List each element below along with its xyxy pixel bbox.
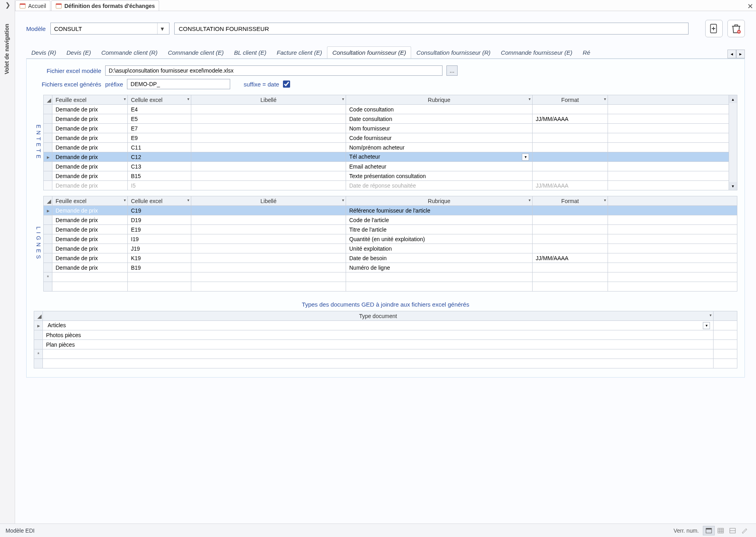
view-datasheet-button[interactable] (715, 526, 727, 535)
col-feuille[interactable]: Feuille excel▾ (52, 196, 128, 206)
lignes-grid[interactable]: ◢ Feuille excel▾ Cellule excel▾ Libellé▾… (43, 196, 737, 292)
table-row[interactable]: Demande de prixE4Code consultation (44, 105, 737, 114)
table-row[interactable]: Demande de prixC13Email acheteur (44, 162, 737, 171)
col-rubrique[interactable]: Rubrique▾ (346, 196, 533, 206)
lignes-section-label: LIGNES (35, 226, 42, 261)
tabs-scroll-left[interactable]: ◂ (727, 50, 736, 58)
table-row[interactable]: Demande de prixI19Quantité (en unité exp… (44, 234, 737, 244)
tab-devis-r[interactable]: Devis (R) (26, 46, 62, 58)
table-row[interactable]: Demande de prixB15Texte présentation con… (44, 171, 737, 181)
select-all[interactable]: ◢ (34, 311, 43, 321)
trash-icon (731, 23, 742, 34)
view-layout-button[interactable] (727, 526, 739, 535)
table-row[interactable]: Demande de prixE7Nom fournisseur (44, 124, 737, 133)
table-row[interactable]: ▸Demande de prixC12Tél acheteur▾ (44, 152, 737, 162)
file-model-path[interactable] (105, 65, 442, 76)
chevron-down-icon: ▾ (710, 313, 712, 317)
status-left: Modèle EDI (6, 527, 35, 534)
tab-cmd-fourn-e[interactable]: Commande fournisseur (E) (496, 46, 577, 58)
tab-consult-fourn-e[interactable]: Consultation fournisseur (E) (327, 46, 411, 58)
form-icon (19, 3, 26, 9)
view-form-button[interactable] (703, 526, 715, 535)
ged-grid[interactable]: ◢ Type document▾ ▸Articles▾Photos pièces… (34, 311, 737, 368)
col-cellule[interactable]: Cellule excel▾ (128, 196, 191, 206)
table-row[interactable]: Demande de prixD19Code de l'article (44, 215, 737, 225)
delete-model-button[interactable] (727, 20, 745, 37)
svg-rect-11 (718, 528, 723, 533)
select-all[interactable]: ◢ (44, 196, 52, 206)
close-form-button[interactable]: ✕ (744, 2, 756, 11)
col-rubrique[interactable]: Rubrique▾ (346, 95, 533, 105)
navigation-pane-collapsed: ❯ Volet de navigation (0, 0, 15, 524)
model-combo[interactable]: ▾ (50, 23, 169, 35)
new-model-button[interactable] (705, 20, 723, 37)
expand-nav-button[interactable]: ❯ (0, 0, 15, 10)
chevron-down-icon: ▾ (604, 97, 606, 101)
tab-cmd-client-e[interactable]: Commande client (E) (163, 46, 229, 58)
col-cellule[interactable]: Cellule excel▾ (128, 95, 191, 105)
svg-rect-1 (20, 4, 25, 5)
table-row[interactable]: Demande de prixB19Numéro de ligne (44, 263, 737, 272)
entete-scrollbar[interactable]: ▴ ▾ (729, 95, 737, 190)
select-all[interactable]: ◢ (44, 95, 52, 105)
form-tab-accueil[interactable]: Accueil (15, 0, 50, 11)
prefix-label: préfixe (105, 81, 123, 88)
form-icon (56, 3, 62, 9)
chevron-down-icon: ▾ (187, 198, 189, 202)
form-tab-label: Accueil (28, 3, 46, 9)
new-row[interactable]: * (34, 349, 737, 359)
table-row[interactable]: Demande de prixJ19Unité exploitation (44, 244, 737, 253)
chevron-down-icon: ▾ (342, 198, 344, 202)
chevron-down-icon: ▾ (529, 198, 531, 202)
table-row[interactable]: Demande de prixE5Date consultationJJ/MM/… (44, 114, 737, 124)
tabs-scroll-right[interactable]: ▸ (736, 50, 745, 58)
tab-fact-client-e[interactable]: Facture client (E) (271, 46, 327, 58)
table-row[interactable]: Demande de prixE19Titre de l'article (44, 225, 737, 234)
table-row[interactable]: Demande de prixC11Nom/prénom acheteur (44, 143, 737, 152)
entete-grid[interactable]: ◢ Feuille excel▾ Cellule excel▾ Libellé▾… (43, 95, 737, 190)
col-libelle[interactable]: Libellé▾ (191, 95, 346, 105)
col-type-document[interactable]: Type document▾ (43, 311, 714, 321)
col-format[interactable]: Format▾ (533, 196, 608, 206)
table-row[interactable]: ▸Demande de prixC19Référence fournisseur… (44, 206, 737, 215)
table-row[interactable]: Demande de prixE9Code fournisseur (44, 133, 737, 143)
view-design-button[interactable] (739, 526, 750, 535)
tab-panel: Fichier excel modèle … Fichiers excel gé… (26, 59, 745, 378)
form-tabs: Accueil Définition des formats d'échange… (15, 0, 756, 11)
table-row[interactable]: Demande de prixK19Date de besoinJJ/MM/AA… (44, 253, 737, 263)
chevron-down-icon: ▾ (604, 198, 606, 202)
navigation-pane-title: Volet de navigation (4, 24, 10, 74)
chevron-down-icon[interactable]: ▾ (522, 153, 529, 161)
table-row[interactable]: Plan pièces (34, 340, 737, 349)
table-row[interactable]: ▸Articles▾ (34, 321, 737, 330)
col-format[interactable]: Format▾ (533, 95, 608, 105)
model-code-input[interactable] (51, 23, 157, 34)
chevron-down-icon: ▾ (529, 97, 531, 101)
file-generated-label: Fichiers excel générés (34, 81, 101, 88)
browse-button[interactable]: … (446, 65, 458, 76)
tab-bl-client-e[interactable]: BL client (E) (229, 46, 271, 58)
tab-consult-fourn-r[interactable]: Consultation fournisseur (R) (411, 46, 496, 58)
form-tab-definition-formats[interactable]: Définition des formats d'échanges (51, 0, 159, 11)
scroll-up-icon[interactable]: ▴ (729, 95, 737, 103)
model-description-input[interactable] (174, 23, 689, 35)
chevron-down-icon: ▾ (342, 97, 344, 101)
tab-overflow[interactable]: Ré (577, 46, 595, 58)
scroll-down-icon[interactable]: ▾ (729, 182, 737, 190)
svg-rect-10 (706, 528, 712, 529)
table-row[interactable]: Photos pièces (34, 330, 737, 340)
status-numlock: Verr. num. (669, 527, 703, 534)
col-libelle[interactable]: Libellé▾ (191, 196, 346, 206)
model-row: Modèle ▾ (26, 20, 745, 37)
model-label: Modèle (26, 25, 46, 32)
tab-cmd-client-r[interactable]: Commande client (R) (96, 46, 163, 58)
col-feuille[interactable]: Feuille excel▾ (52, 95, 128, 105)
tab-devis-e[interactable]: Devis (E) (62, 46, 96, 58)
table-row[interactable]: Demande de prixI5Date de réponse souhait… (44, 181, 737, 190)
doc-type-tabs: Devis (R) Devis (E) Commande client (R) … (26, 46, 745, 59)
new-row[interactable]: * (44, 272, 737, 282)
chevron-down-icon[interactable]: ▾ (157, 23, 167, 34)
suffix-date-checkbox[interactable] (283, 81, 290, 88)
prefix-input[interactable] (127, 79, 230, 89)
chevron-down-icon[interactable]: ▾ (703, 322, 710, 329)
